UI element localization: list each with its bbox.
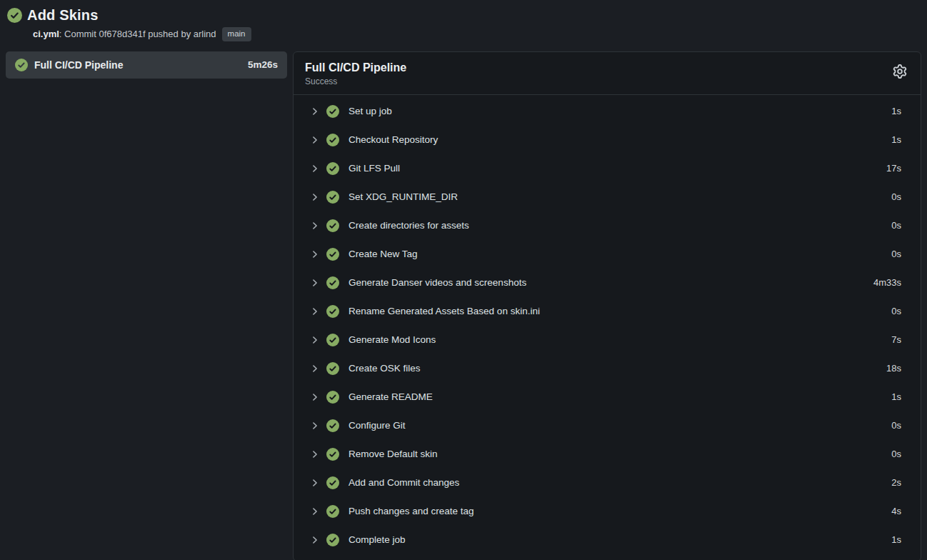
gear-icon [893,64,907,79]
step-row[interactable]: Remove Default skin 0s [294,440,921,469]
step-status-icon [326,191,339,204]
step-duration: 0s [891,249,901,259]
separator-text: : [59,29,64,39]
step-row[interactable]: Git LFS Pull 17s [294,154,921,183]
step-duration: 0s [891,420,901,431]
success-check-icon [326,448,339,461]
chevron-right-icon [310,535,320,545]
success-check-icon [326,362,339,375]
chevron-right-icon [310,106,320,116]
step-status-icon [326,448,339,461]
step-duration: 1s [891,134,901,145]
step-row[interactable]: Add and Commit changes 2s [294,469,921,497]
step-name: Set XDG_RUNTIME_DIR [349,191,891,202]
panel-title: Full CI/CD Pipeline [305,61,909,74]
step-status-icon [326,162,339,175]
step-status-icon [326,362,339,375]
step-status-icon [326,248,339,261]
step-name: Add and Commit changes [349,477,891,488]
success-check-icon [326,248,339,261]
chevron-right-icon [310,392,320,402]
panel-status: Success [305,76,909,86]
branch-badge[interactable]: main [222,27,251,41]
step-row[interactable]: Checkout Repository 1s [294,126,921,154]
commit-line: ci.yml: Commit 0f678d341f pushed by arli… [33,27,920,41]
step-row[interactable]: Generate Mod Icons 7s [294,326,921,354]
step-name: Generate Danser videos and screenshots [349,277,873,288]
job-name: Full CI/CD Pipeline [34,59,248,71]
step-name: Complete job [349,534,891,545]
success-check-icon [326,419,339,432]
step-name: Create New Tag [349,249,891,259]
run-header: Add Skins ci.yml: Commit 0f678d341f push… [6,6,921,41]
job-duration: 5m26s [248,59,278,70]
job-item-full-pipeline[interactable]: Full CI/CD Pipeline 5m26s [6,51,287,79]
step-duration: 2s [891,477,901,488]
step-status-icon [326,534,339,546]
steps-list: Set up job 1s Checkout Repository 1s Git… [294,95,921,554]
chevron-right-icon [310,249,320,259]
step-duration: 1s [891,106,901,116]
step-status-icon [326,305,339,318]
chevron-right-icon [310,449,320,459]
step-row[interactable]: Push changes and create tag 4s [294,497,921,526]
step-row[interactable]: Create New Tag 0s [294,240,921,269]
author-link[interactable]: arlind [194,29,216,39]
chevron-right-icon [310,221,320,231]
step-name: Set up job [349,106,891,116]
step-row[interactable]: Create OSK files 18s [294,354,921,383]
run-status-icon [7,8,22,23]
chevron-right-icon [310,135,320,145]
step-duration: 4s [891,506,901,516]
settings-button[interactable] [891,62,909,81]
step-name: Remove Default skin [349,449,891,459]
step-row[interactable]: Set XDG_RUNTIME_DIR 0s [294,183,921,211]
chevron-right-icon [310,364,320,374]
step-row[interactable]: Generate README 1s [294,383,921,411]
step-row[interactable]: Create directories for assets 0s [294,211,921,240]
step-status-icon [326,105,339,118]
step-status-icon [326,334,339,346]
step-duration: 0s [891,220,901,231]
step-row[interactable]: Complete job 1s [294,526,921,554]
chevron-right-icon [310,278,320,288]
step-duration: 17s [886,163,901,174]
success-check-icon [326,305,339,318]
chevron-right-icon [310,192,320,202]
panel-header: Full CI/CD Pipeline Success [294,52,921,95]
step-row[interactable]: Rename Generated Assets Based on skin.in… [294,297,921,326]
step-status-icon [326,219,339,232]
step-status-icon [326,476,339,489]
success-check-icon [326,191,339,204]
step-duration: 4m33s [873,277,901,288]
step-row[interactable]: Set up job 1s [294,97,921,126]
run-panel: Full CI/CD Pipeline Success Set up job 1… [293,51,921,560]
workflow-file-link[interactable]: ci.yml [33,29,59,39]
step-duration: 0s [891,449,901,459]
step-row[interactable]: Generate Danser videos and screenshots 4… [294,269,921,297]
commit-link[interactable]: Commit 0f678d341f [64,29,145,39]
step-duration: 1s [891,534,901,545]
step-duration: 0s [891,191,901,202]
chevron-right-icon [310,306,320,316]
success-check-icon [326,334,339,346]
step-status-icon [326,419,339,432]
pushed-by-text: pushed by [146,29,194,39]
success-check-icon [326,276,339,289]
chevron-right-icon [310,506,320,516]
chevron-right-icon [310,164,320,174]
step-row[interactable]: Configure Git 0s [294,411,921,440]
success-check-icon [326,534,339,546]
step-name: Generate README [349,391,891,402]
step-duration: 0s [891,306,901,316]
success-check-icon [326,476,339,489]
chevron-right-icon [310,421,320,431]
step-name: Create directories for assets [349,220,891,231]
step-name: Generate Mod Icons [349,334,891,345]
success-check-icon [326,505,339,518]
success-check-icon [326,162,339,175]
step-name: Create OSK files [349,363,886,374]
step-duration: 1s [891,391,901,402]
step-status-icon [326,134,339,146]
content-area: Full CI/CD Pipeline 5m26s Full CI/CD Pip… [6,51,921,560]
